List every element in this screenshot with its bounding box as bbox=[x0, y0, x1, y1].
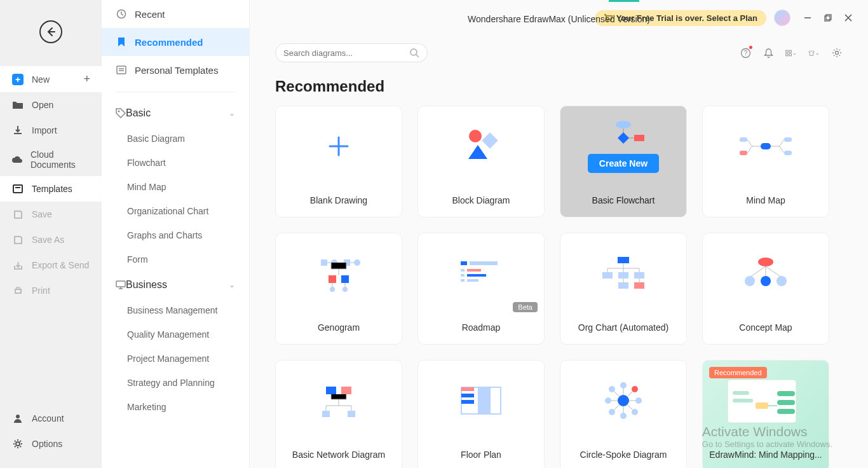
category-project-mgmt[interactable]: Project Management bbox=[102, 347, 249, 371]
recommended-badge: Recommended bbox=[709, 367, 767, 378]
settings-icon[interactable] bbox=[831, 47, 843, 59]
sidebar-label: New bbox=[32, 74, 50, 85]
maximize-button[interactable] bbox=[818, 8, 837, 27]
plus-icon[interactable]: + bbox=[83, 72, 90, 86]
template-card-floorplan[interactable]: Floor Plan bbox=[417, 360, 545, 468]
svg-rect-3 bbox=[17, 287, 20, 289]
category-graphs[interactable]: Graphs and Charts bbox=[102, 223, 249, 247]
category-personal[interactable]: Personal Templates bbox=[102, 56, 249, 84]
svg-rect-77 bbox=[733, 399, 753, 403]
main-content: Wondershare EdrawMax (Unlicensed Version… bbox=[250, 0, 868, 468]
template-card-edrawmind[interactable]: Recommended EdrawMind: Mind Mapping... bbox=[702, 360, 829, 468]
export-icon bbox=[11, 259, 24, 272]
sidebar-label: Print bbox=[32, 286, 50, 296]
category-mindmap[interactable]: Mind Map bbox=[102, 175, 249, 199]
minimize-button[interactable] bbox=[798, 8, 817, 27]
tshirt-icon[interactable]: ⌄ bbox=[808, 47, 820, 59]
template-card-conceptmap[interactable]: Concept Map bbox=[702, 233, 829, 345]
template-card-mindmap[interactable]: Mind Map bbox=[702, 106, 829, 217]
svg-rect-28 bbox=[740, 151, 747, 155]
template-card-flowchart[interactable]: Create New Basic Flowchart bbox=[560, 106, 687, 217]
template-card-block[interactable]: Block Diagram bbox=[417, 106, 545, 217]
category-group-label: Basic bbox=[126, 107, 151, 119]
help-icon[interactable]: ? bbox=[740, 47, 751, 59]
svg-point-8 bbox=[118, 111, 120, 113]
tag-icon bbox=[116, 108, 126, 118]
template-card-network[interactable]: Basic Network Diagram bbox=[275, 360, 402, 468]
card-label: Floor Plan bbox=[418, 441, 544, 468]
category-flowchart[interactable]: Flowchart bbox=[102, 151, 249, 175]
svg-rect-46 bbox=[467, 279, 478, 282]
sidebar-item-options[interactable]: Options bbox=[0, 431, 102, 457]
cloud-icon bbox=[11, 153, 23, 166]
category-recent[interactable]: Recent bbox=[102, 0, 249, 28]
svg-point-72 bbox=[632, 386, 638, 392]
category-basic-diagram[interactable]: Basic Diagram bbox=[102, 127, 249, 151]
svg-rect-58 bbox=[341, 387, 351, 394]
beta-badge: Beta bbox=[513, 302, 538, 312]
svg-rect-59 bbox=[322, 411, 330, 417]
sidebar-label: Templates bbox=[32, 184, 72, 194]
svg-rect-78 bbox=[756, 403, 768, 409]
sidebar-item-new[interactable]: + New + bbox=[0, 66, 102, 92]
template-card-circlespoke[interactable]: Circle-Spoke Diagram bbox=[560, 360, 687, 468]
category-group-basic[interactable]: Basic ⌄ bbox=[102, 100, 249, 127]
svg-rect-18 bbox=[789, 50, 791, 52]
svg-rect-0 bbox=[13, 185, 22, 193]
category-orgchart[interactable]: Organizational Chart bbox=[102, 199, 249, 223]
card-label: Mind Map bbox=[703, 186, 829, 217]
svg-rect-79 bbox=[777, 391, 795, 396]
sidebar-item-account[interactable]: Account bbox=[0, 406, 102, 431]
svg-point-74 bbox=[632, 409, 638, 415]
avatar[interactable] bbox=[774, 10, 790, 26]
svg-rect-23 bbox=[482, 132, 498, 148]
category-form[interactable]: Form bbox=[102, 247, 249, 272]
svg-rect-13 bbox=[826, 15, 831, 20]
sidebar-item-open[interactable]: Open bbox=[0, 92, 102, 118]
close-button[interactable] bbox=[839, 8, 858, 27]
svg-point-5 bbox=[16, 442, 20, 446]
divider bbox=[116, 92, 235, 92]
app-title: Wondershare EdrawMax (Unlicensed Version… bbox=[468, 14, 650, 24]
svg-rect-17 bbox=[786, 50, 788, 52]
sidebar-item-import[interactable]: Import bbox=[0, 118, 102, 143]
svg-rect-42 bbox=[467, 269, 481, 272]
category-business-mgmt[interactable]: Business Management bbox=[102, 298, 249, 322]
bell-icon[interactable] bbox=[763, 47, 774, 59]
svg-point-73 bbox=[609, 409, 615, 415]
back-button[interactable] bbox=[39, 20, 62, 43]
template-card-orgchart[interactable]: Org Chart (Automated) bbox=[560, 233, 687, 345]
category-recommended[interactable]: Recommended bbox=[102, 28, 249, 56]
category-strategy[interactable]: Strategy and Planning bbox=[102, 371, 249, 395]
template-card-genogram[interactable]: Genogram bbox=[275, 233, 402, 345]
category-quality-mgmt[interactable]: Quality Management bbox=[102, 322, 249, 347]
svg-point-71 bbox=[609, 386, 615, 392]
sidebar-item-cloud[interactable]: Cloud Documents bbox=[0, 143, 102, 176]
card-label: Basic Network Diagram bbox=[276, 441, 402, 468]
svg-text:?: ? bbox=[743, 50, 747, 57]
bookmark-icon bbox=[116, 36, 127, 48]
svg-rect-12 bbox=[825, 16, 830, 21]
search-box[interactable] bbox=[275, 43, 428, 62]
svg-point-22 bbox=[469, 130, 482, 142]
svg-point-53 bbox=[758, 258, 773, 266]
svg-rect-35 bbox=[329, 275, 336, 283]
sidebar-item-templates[interactable]: Templates bbox=[0, 176, 102, 202]
card-label: Basic Flowchart bbox=[560, 186, 686, 217]
svg-rect-52 bbox=[634, 282, 644, 289]
category-group-business[interactable]: Business ⌄ bbox=[102, 272, 249, 298]
account-icon bbox=[11, 412, 24, 425]
svg-rect-44 bbox=[467, 274, 486, 277]
svg-point-67 bbox=[620, 382, 627, 389]
card-thumb bbox=[276, 361, 402, 441]
template-card-roadmap[interactable]: Beta Roadmap bbox=[417, 233, 545, 345]
svg-point-66 bbox=[618, 395, 629, 406]
create-new-button[interactable]: Create New bbox=[588, 154, 659, 173]
topbar: Wondershare EdrawMax (Unlicensed Version… bbox=[250, 0, 868, 36]
template-card-blank[interactable]: Blank Drawing bbox=[275, 106, 402, 217]
category-marketing[interactable]: Marketing bbox=[102, 395, 249, 419]
category-group-label: Business bbox=[126, 279, 167, 291]
search-input[interactable] bbox=[283, 48, 409, 58]
clock-icon bbox=[116, 8, 127, 20]
apps-icon[interactable]: ⌄ bbox=[785, 47, 797, 59]
